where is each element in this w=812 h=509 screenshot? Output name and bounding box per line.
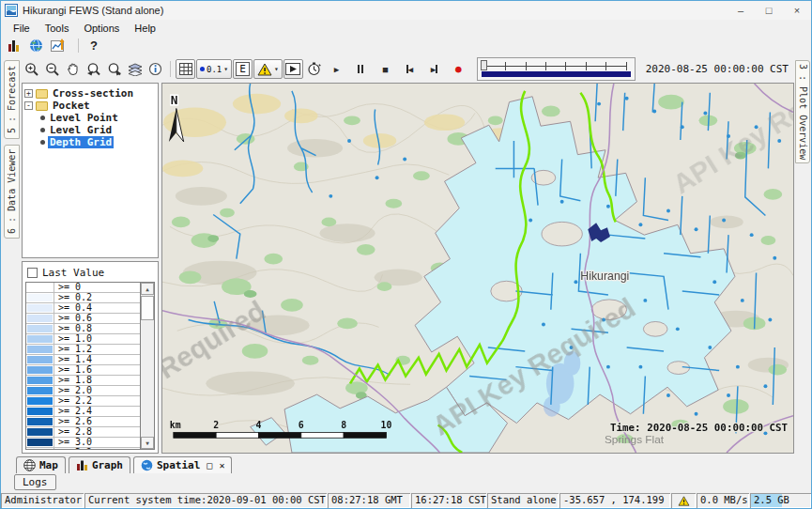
logs-display-button[interactable] xyxy=(7,39,22,53)
last-value-label: Last Value xyxy=(42,267,104,279)
minimize-button[interactable]: – xyxy=(727,1,755,20)
tree-item-depth-grid[interactable]: Depth Grid xyxy=(24,136,156,148)
tree-item-pocket[interactable]: - Pocket xyxy=(24,100,156,112)
zoom-next-button[interactable] xyxy=(104,59,124,79)
legend-color-swatch xyxy=(26,376,54,385)
collapse-icon[interactable]: - xyxy=(24,101,33,110)
tab-graph-label: Graph xyxy=(92,459,123,471)
tree-item-label[interactable]: Pocket xyxy=(51,100,92,112)
tab-close-icon[interactable]: ✕ xyxy=(219,460,224,470)
warning-icon xyxy=(257,63,272,76)
expand-icon[interactable]: + xyxy=(24,89,33,98)
animation-timer-button[interactable] xyxy=(304,59,324,79)
globe-wire-icon xyxy=(23,459,36,471)
help-button[interactable]: ? xyxy=(90,39,98,53)
legend-row-label: >= 2.6 xyxy=(54,417,140,426)
status-warning[interactable] xyxy=(671,493,696,508)
menu-item[interactable]: Options xyxy=(76,22,127,35)
right-tab-strip: 3 : Plot Overview xyxy=(795,55,811,455)
main-toolbar: ? xyxy=(1,36,811,55)
legend-row-label: >= 2.4 xyxy=(54,407,140,416)
pan-button[interactable] xyxy=(63,59,83,79)
toolbar-separator xyxy=(78,39,79,53)
legend-row-label: >= 0.4 xyxy=(54,303,140,313)
threshold-value-dropdown[interactable]: 0.1 ▾ xyxy=(196,59,232,79)
time-slider-handle[interactable] xyxy=(481,60,487,70)
last-value-checkbox[interactable] xyxy=(27,268,38,278)
warning-icon xyxy=(678,496,690,506)
map-panel[interactable]: API Key Required API Key Required API Ke… xyxy=(161,83,794,454)
tree-item-label-selected[interactable]: Depth Grid xyxy=(48,136,114,148)
town-label: Hikurangi xyxy=(580,270,629,283)
legend-scrollbar[interactable]: ▲ ▼ xyxy=(140,283,154,449)
tab-float-icon[interactable]: □ xyxy=(207,460,212,470)
legend-color-swatch xyxy=(26,355,54,364)
legend-color-swatch xyxy=(26,407,54,416)
scroll-up-icon[interactable]: ▲ xyxy=(141,283,154,295)
legend-panel: Last Value >= 0 xyxy=(22,261,159,454)
title-bar: Hikurangi FEWS (Stand alone) – □ × xyxy=(1,1,811,20)
label-button-glyph: E xyxy=(236,62,250,76)
zoom-previous-button[interactable] xyxy=(84,59,103,79)
left-panel: + Cross-section - Pocket Level Point xyxy=(22,83,159,454)
skip-to-end-button[interactable]: ▶ xyxy=(425,60,443,78)
info-button[interactable] xyxy=(146,59,165,79)
tree-item-level-point[interactable]: Level Point xyxy=(24,112,156,124)
tab-map[interactable]: Map xyxy=(16,456,66,473)
tree-item-label[interactable]: Level Grid xyxy=(48,124,114,136)
tab-map-label: Map xyxy=(39,459,58,471)
legend-color-swatch xyxy=(26,396,54,406)
zoom-out-button[interactable] xyxy=(42,59,62,79)
legend-row-label: >= 0.2 xyxy=(54,293,140,302)
tab-data-viewer[interactable]: 6 : Data Viewer xyxy=(4,145,20,239)
menu-item[interactable]: Tools xyxy=(38,22,77,35)
legend-row[interactable]: >= 3.2 xyxy=(26,448,140,449)
legend-header: Last Value xyxy=(25,265,155,280)
time-slider[interactable] xyxy=(477,57,636,81)
tab-forecast[interactable]: 5 : Forecast xyxy=(4,60,20,139)
tab-graph[interactable]: Graph xyxy=(69,456,130,473)
map-display-button[interactable] xyxy=(29,39,43,53)
tree-item-level-grid[interactable]: Level Grid xyxy=(24,124,156,136)
close-button[interactable]: × xyxy=(783,1,811,20)
pause-button[interactable] xyxy=(352,60,370,78)
zoom-in-button[interactable] xyxy=(22,59,41,79)
status-system-time: Current system time:2020-09-01 00:00 CST xyxy=(84,493,327,508)
legend-row-label: >= 0 xyxy=(54,283,140,292)
timeseries-display-button[interactable] xyxy=(51,39,67,53)
grid-toggle-button[interactable] xyxy=(176,59,195,79)
threshold-value: 0.1 xyxy=(207,65,222,74)
app-icon xyxy=(5,4,18,17)
legend-row-label: >= 1.0 xyxy=(54,334,140,344)
legend-row-label: >= 2.2 xyxy=(54,396,140,406)
scroll-down-icon[interactable]: ▼ xyxy=(141,437,154,449)
current-datetime: 2020-08-25 00:00:00 CST xyxy=(642,63,792,75)
layers-button[interactable] xyxy=(125,59,145,79)
legend-color-swatch xyxy=(26,345,54,354)
label-toggle-button[interactable]: E xyxy=(233,59,253,79)
map-canvas[interactable]: API Key Required API Key Required API Ke… xyxy=(162,84,793,453)
tree-item-cross-section[interactable]: + Cross-section xyxy=(24,87,156,100)
stop-button[interactable]: ■ xyxy=(376,60,394,78)
memory-usage-label: 2.5 GB xyxy=(754,494,789,505)
tab-spatial[interactable]: Spatial □ ✕ xyxy=(133,456,232,473)
status-mode: Stand alone xyxy=(487,493,559,508)
chevron-down-icon: ▾ xyxy=(274,65,279,73)
legend-color-swatch xyxy=(26,314,54,323)
menu-item[interactable]: Help xyxy=(127,22,163,35)
toolbar-separator xyxy=(170,61,171,77)
warning-threshold-dropdown[interactable]: ▾ xyxy=(253,59,283,79)
play-button[interactable]: ▶ xyxy=(328,60,345,78)
tree-item-label[interactable]: Level Point xyxy=(48,112,120,124)
animation-panel-button[interactable] xyxy=(283,59,303,79)
scrollbar-thumb[interactable] xyxy=(141,296,154,320)
menu-item[interactable]: File xyxy=(6,22,38,35)
logs-button[interactable]: Logs xyxy=(14,474,56,490)
map-time-label: Time: 2020-08-25 00:00:00 CST xyxy=(610,422,789,434)
tree-item-label[interactable]: Cross-section xyxy=(51,87,135,100)
record-button[interactable]: ● xyxy=(450,60,467,78)
skip-to-start-button[interactable]: ◀ xyxy=(401,60,419,78)
legend-row-label: >= 3.0 xyxy=(54,438,140,447)
tab-plot-overview[interactable]: 3 : Plot Overview xyxy=(795,60,810,163)
maximize-button[interactable]: □ xyxy=(755,1,783,20)
